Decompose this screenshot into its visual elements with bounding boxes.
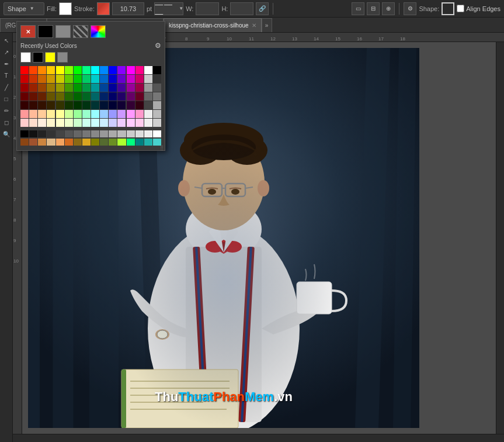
color-cell-103[interactable] bbox=[82, 119, 91, 127]
color-cell-0[interactable] bbox=[20, 66, 29, 74]
color-cell-96[interactable] bbox=[20, 119, 29, 127]
color-cell-32[interactable] bbox=[20, 84, 29, 92]
tool-rect[interactable]: □ bbox=[1, 94, 12, 104]
color-cell-24[interactable] bbox=[91, 75, 99, 83]
color-cell-23[interactable] bbox=[82, 75, 91, 83]
color-settings-button[interactable]: ⚙ bbox=[155, 42, 161, 50]
color-cell-75[interactable] bbox=[117, 101, 126, 109]
color-cell-21[interactable] bbox=[65, 75, 73, 83]
warm-7[interactable] bbox=[82, 139, 91, 146]
shape-preview[interactable] bbox=[442, 2, 454, 15]
gray-11[interactable] bbox=[117, 130, 126, 137]
color-cell-60[interactable] bbox=[127, 92, 135, 101]
color-cell-89[interactable] bbox=[100, 110, 108, 118]
no-fill-button[interactable]: ✕ bbox=[20, 25, 36, 38]
recent-swatch-white[interactable] bbox=[20, 52, 31, 63]
tab-3-close[interactable]: ✕ bbox=[252, 22, 256, 29]
color-cell-58[interactable] bbox=[109, 92, 117, 101]
color-cell-41[interactable] bbox=[100, 84, 108, 92]
color-cell-38[interactable] bbox=[74, 84, 82, 92]
tool-line[interactable]: ╱ bbox=[1, 82, 12, 92]
warm-6[interactable] bbox=[74, 139, 82, 146]
color-cell-55[interactable] bbox=[82, 92, 91, 101]
color-cell-81[interactable] bbox=[29, 110, 37, 118]
tabs-scroll-right[interactable]: » bbox=[262, 18, 272, 32]
color-cell-8[interactable] bbox=[91, 66, 99, 74]
warm-3[interactable] bbox=[47, 139, 55, 146]
color-cell-73[interactable] bbox=[100, 101, 108, 109]
color-cell-31[interactable] bbox=[153, 75, 161, 83]
gray-9[interactable] bbox=[100, 130, 108, 137]
warm-13[interactable] bbox=[135, 139, 144, 146]
tool-arrow[interactable]: ↖ bbox=[1, 35, 12, 46]
warm-4[interactable] bbox=[56, 139, 64, 146]
color-cell-12[interactable] bbox=[127, 66, 135, 74]
color-cell-6[interactable] bbox=[74, 66, 82, 74]
color-cell-19[interactable] bbox=[47, 75, 55, 83]
color-cell-94[interactable] bbox=[144, 110, 152, 118]
color-cell-99[interactable] bbox=[47, 119, 55, 127]
warm-10[interactable] bbox=[109, 139, 117, 146]
shape-dropdown[interactable]: Shape ▼ bbox=[4, 2, 44, 15]
color-cell-67[interactable] bbox=[47, 101, 55, 109]
tool-zoom[interactable]: 🔍 bbox=[1, 129, 12, 139]
solid-color-button[interactable] bbox=[38, 25, 53, 38]
color-cell-34[interactable] bbox=[38, 84, 46, 92]
gray-7[interactable] bbox=[82, 130, 91, 137]
color-cell-97[interactable] bbox=[29, 119, 37, 127]
color-cell-9[interactable] bbox=[100, 66, 108, 74]
tab-3[interactable]: kisspng-christian-cross-silhoue ✕ bbox=[164, 18, 262, 32]
vertical-scrollbar[interactable] bbox=[496, 42, 504, 434]
pattern-button[interactable] bbox=[73, 25, 88, 38]
gray-3[interactable] bbox=[47, 130, 55, 137]
color-cell-61[interactable] bbox=[135, 92, 144, 101]
color-cell-18[interactable] bbox=[38, 75, 46, 83]
color-cell-91[interactable] bbox=[117, 110, 126, 118]
color-cell-63[interactable] bbox=[153, 92, 161, 101]
color-cell-15[interactable] bbox=[153, 66, 161, 74]
color-cell-102[interactable] bbox=[74, 119, 82, 127]
color-cell-65[interactable] bbox=[29, 101, 37, 109]
color-cell-14[interactable] bbox=[144, 66, 152, 74]
color-cell-17[interactable] bbox=[29, 75, 37, 83]
color-cell-13[interactable] bbox=[135, 66, 144, 74]
color-cell-109[interactable] bbox=[135, 119, 144, 127]
color-cell-37[interactable] bbox=[65, 84, 73, 92]
gray-2[interactable] bbox=[38, 130, 46, 137]
color-cell-110[interactable] bbox=[144, 119, 152, 127]
color-cell-54[interactable] bbox=[74, 92, 82, 101]
color-cell-93[interactable] bbox=[135, 110, 144, 118]
color-cell-83[interactable] bbox=[47, 110, 55, 118]
color-cell-101[interactable] bbox=[65, 119, 73, 127]
color-cell-87[interactable] bbox=[82, 110, 91, 118]
color-cell-108[interactable] bbox=[127, 119, 135, 127]
arrange-button[interactable]: ⊕ bbox=[382, 2, 395, 15]
color-cell-46[interactable] bbox=[144, 84, 152, 92]
gray-12[interactable] bbox=[127, 130, 135, 137]
align-left-button[interactable]: ▭ bbox=[352, 2, 364, 15]
color-cell-49[interactable] bbox=[29, 92, 37, 101]
color-cell-107[interactable] bbox=[117, 119, 126, 127]
color-cell-36[interactable] bbox=[56, 84, 64, 92]
color-cell-72[interactable] bbox=[91, 101, 99, 109]
color-cell-88[interactable] bbox=[91, 110, 99, 118]
warm-2[interactable] bbox=[38, 139, 46, 146]
color-cell-4[interactable] bbox=[56, 66, 64, 74]
align-center-button[interactable]: ⊟ bbox=[367, 2, 380, 15]
color-cell-35[interactable] bbox=[47, 84, 55, 92]
gray-button[interactable] bbox=[55, 25, 71, 38]
gray-13[interactable] bbox=[135, 130, 144, 137]
gray-14[interactable] bbox=[144, 130, 152, 137]
color-cell-78[interactable] bbox=[144, 101, 152, 109]
color-cell-50[interactable] bbox=[38, 92, 46, 101]
gray-8[interactable] bbox=[91, 130, 99, 137]
color-cell-82[interactable] bbox=[38, 110, 46, 118]
color-cell-100[interactable] bbox=[56, 119, 64, 127]
gray-4[interactable] bbox=[56, 130, 64, 137]
gray-0[interactable] bbox=[20, 130, 29, 137]
color-cell-43[interactable] bbox=[117, 84, 126, 92]
tool-brush[interactable]: ✏ bbox=[1, 105, 12, 116]
color-cell-47[interactable] bbox=[153, 84, 161, 92]
color-cell-11[interactable] bbox=[117, 66, 126, 74]
gray-6[interactable] bbox=[74, 130, 82, 137]
